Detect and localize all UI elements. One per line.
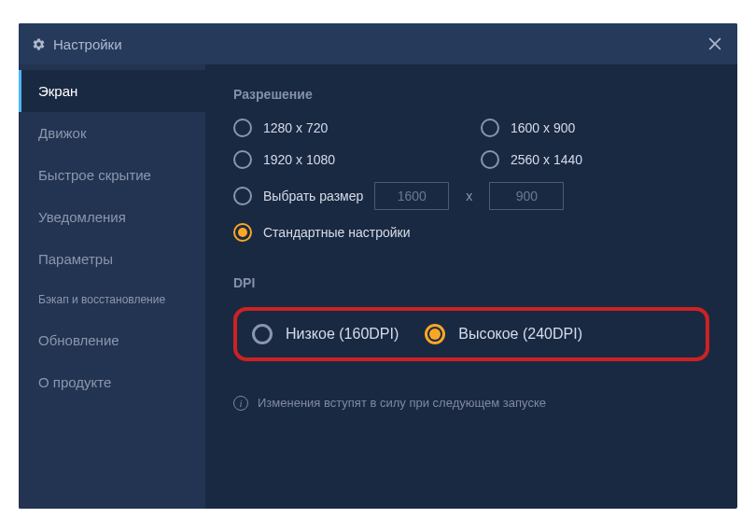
sidebar-item-update[interactable]: Обновление <box>19 319 205 361</box>
sidebar-item-label: Экран <box>38 83 77 99</box>
close-icon <box>706 35 724 53</box>
sidebar-item-label: Бэкап и восстановление <box>38 293 165 306</box>
resolution-title: Разрешение <box>233 87 709 102</box>
radio-label: 1920 x 1080 <box>263 152 335 167</box>
sidebar-item-screen[interactable]: Экран <box>19 70 205 112</box>
gear-icon <box>32 37 46 51</box>
radio-icon <box>252 324 273 344</box>
resolution-custom-row: Выбрать размер x <box>233 182 709 210</box>
window-body: Экран Движок Быстрое скрытие Уведомления… <box>19 64 737 509</box>
sidebar-item-label: Уведомления <box>38 209 126 225</box>
resolution-option-2560x1440[interactable]: 2560 x 1440 <box>481 150 709 169</box>
custom-height-input[interactable] <box>489 182 564 210</box>
radio-label: Стандартные настройки <box>263 225 410 240</box>
resolution-option-1600x900[interactable]: 1600 x 900 <box>481 119 709 137</box>
radio-icon <box>233 119 252 137</box>
custom-width-input[interactable] <box>374 182 449 210</box>
dpi-title: DPI <box>233 275 709 290</box>
resolution-default-row: Стандартные настройки <box>233 223 709 242</box>
radio-label: 1280 x 720 <box>263 120 328 135</box>
resolution-option-1280x720[interactable]: 1280 x 720 <box>233 119 462 137</box>
radio-label: Выбрать размер <box>263 189 363 203</box>
radio-icon <box>481 150 499 169</box>
radio-icon <box>233 223 252 242</box>
sidebar-item-label: Обновление <box>38 332 119 348</box>
titlebar-title-group: Настройки <box>32 36 122 52</box>
resolution-option-default[interactable]: Стандартные настройки <box>233 223 410 242</box>
sidebar-item-backup[interactable]: Бэкап и восстановление <box>19 280 205 319</box>
window-title: Настройки <box>53 36 122 52</box>
resolution-grid: 1280 x 720 1600 x 900 1920 x 1080 2560 x… <box>233 119 709 169</box>
sidebar-item-label: О продукте <box>38 374 111 390</box>
settings-window: Настройки Экран Движок Быстрое скрытие У… <box>19 23 737 509</box>
sidebar-item-parameters[interactable]: Параметры <box>19 238 205 280</box>
close-button[interactable] <box>706 35 724 53</box>
radio-label: Низкое (160DPI) <box>286 326 399 343</box>
resolution-option-custom[interactable]: Выбрать размер <box>233 187 363 205</box>
radio-icon <box>425 324 445 344</box>
dpi-section: DPI Низкое (160DPI) Высокое (240DPI) <box>233 275 709 361</box>
sidebar-item-label: Движок <box>38 125 86 141</box>
info-icon: i <box>233 396 248 411</box>
sidebar-item-about[interactable]: О продукте <box>19 361 205 403</box>
dpi-option-high[interactable]: Высокое (240DPI) <box>425 324 582 344</box>
dpi-highlight-box: Низкое (160DPI) Высокое (240DPI) <box>233 307 709 361</box>
radio-label: Высокое (240DPI) <box>458 326 582 343</box>
titlebar: Настройки <box>19 23 737 64</box>
content-pane: Разрешение 1280 x 720 1600 x 900 1920 x … <box>205 64 737 509</box>
sidebar-item-label: Быстрое скрытие <box>38 167 151 183</box>
radio-icon <box>233 187 252 205</box>
dimension-separator: x <box>466 189 472 203</box>
dpi-option-low[interactable]: Низкое (160DPI) <box>252 324 399 344</box>
resolution-option-1920x1080[interactable]: 1920 x 1080 <box>233 150 462 169</box>
radio-icon <box>233 150 252 169</box>
sidebar-item-notifications[interactable]: Уведомления <box>19 196 205 238</box>
radio-label: 1600 x 900 <box>511 120 575 135</box>
sidebar-item-label: Параметры <box>38 251 113 267</box>
radio-icon <box>481 119 499 137</box>
sidebar-item-quick-hide[interactable]: Быстрое скрытие <box>19 154 205 196</box>
radio-label: 2560 x 1440 <box>511 152 582 167</box>
sidebar: Экран Движок Быстрое скрытие Уведомления… <box>19 64 205 509</box>
sidebar-item-engine[interactable]: Движок <box>19 112 205 154</box>
info-text: Изменения вступят в силу при следующем з… <box>258 395 546 412</box>
info-row: i Изменения вступят в силу при следующем… <box>233 395 709 412</box>
